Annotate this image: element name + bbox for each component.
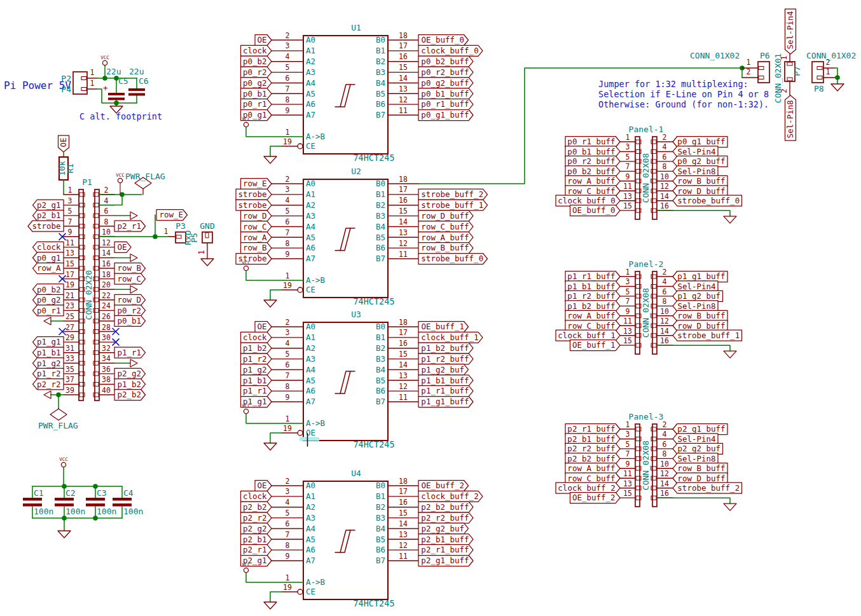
net-label[interactable]: p1_g2 [33, 358, 64, 369]
panel-connector[interactable]: Panel-1CONN_02X081p0_r1_buff2p0_g1_buff3… [556, 125, 742, 223]
net-label[interactable]: row_C_buff [565, 473, 620, 484]
net-label[interactable]: p0_g2_buff [673, 156, 727, 167]
net-label[interactable]: p2_b1_buff [418, 534, 473, 545]
p1-connector[interactable]: P1CONN_02X201234p2_g156p2_b178strobep2_r… [28, 172, 188, 430]
net-label[interactable]: strobe_buff_2 [673, 483, 742, 493]
note-text[interactable]: Selection if E-Line on Pin 4 or 8 [598, 89, 769, 99]
net-label[interactable]: p1_b1 [241, 375, 272, 386]
net-label[interactable]: p1_r2_buff [565, 291, 620, 301]
net-label[interactable]: row_D_buff [673, 320, 727, 331]
net-label[interactable]: row_C_buff [565, 186, 620, 196]
net-label[interactable]: strobe_buff_1 [418, 200, 488, 210]
net-label-vertical[interactable]: Sel-Pin4 [785, 9, 796, 54]
wire[interactable] [270, 592, 282, 602]
capacitor-plate[interactable] [86, 503, 105, 507]
net-label[interactable]: p2_r2 [33, 379, 64, 390]
wire[interactable] [246, 414, 303, 423]
net-label[interactable]: p2_r1_buff [565, 424, 620, 435]
net-label[interactable]: p0_r2 [114, 305, 146, 316]
net-label[interactable]: row_B_buff [673, 463, 727, 474]
connector-body[interactable] [95, 189, 99, 400]
capacitor-plate[interactable] [128, 88, 145, 91]
net-label[interactable]: p0_b2_buff [418, 56, 473, 67]
net-label[interactable]: p0_b2_buff [565, 166, 620, 177]
net-label[interactable]: p1_b2_buff [565, 301, 620, 311]
panel-connector[interactable]: Panel-2CONN_02X081p1_r1_buff2p1_g1_buff3… [556, 259, 742, 358]
net-label[interactable]: p2_b1 [33, 210, 64, 221]
net-label[interactable]: Sel-Pin4 [673, 146, 718, 157]
net-label[interactable]: p1_g1 [33, 337, 64, 348]
decoupling-caps[interactable]: VCCC1100nC2100nC3100nC4100n [23, 456, 143, 538]
net-label[interactable]: p2_b2 [241, 502, 272, 512]
net-label[interactable]: Sel-Pin8 [673, 301, 718, 311]
wire[interactable] [246, 271, 303, 280]
net-label[interactable]: p0_r1_buff [418, 99, 473, 110]
net-label[interactable]: clock_buff_2 [556, 483, 620, 493]
jumper-block[interactable]: Jumper for 1:32 multiplexing:Selection i… [598, 9, 856, 140]
net-label[interactable]: p1_r2 [241, 353, 272, 364]
net-label[interactable]: row_A_buff [565, 175, 620, 186]
net-label[interactable]: row_C [114, 273, 146, 284]
net-label[interactable]: row_C_buff [565, 320, 620, 331]
wire[interactable] [270, 290, 282, 300]
connector-body[interactable] [635, 424, 640, 507]
wire[interactable] [99, 195, 122, 205]
wire[interactable] [246, 573, 303, 582]
net-label[interactable]: clock [33, 242, 64, 252]
net-label[interactable]: p1_b1_buff [418, 375, 473, 386]
net-label[interactable]: p2_b2 [114, 390, 146, 400]
vcc-symbol[interactable] [244, 266, 248, 270]
net-label[interactable]: OE_buff_2 [418, 481, 469, 491]
net-label[interactable]: OE [255, 35, 272, 46]
connector-body[interactable] [635, 137, 640, 219]
note-text[interactable]: Otherwise: Ground (for non-1:32). [598, 99, 769, 109]
net-label[interactable]: p2_r2_buff [565, 443, 620, 454]
note-text[interactable]: Jumper for 1:32 multiplexing: [598, 79, 748, 89]
net-label[interactable]: p0_r2_buff [565, 156, 620, 167]
connector-body[interactable] [79, 189, 83, 400]
net-label[interactable]: clock [241, 45, 272, 56]
net-label[interactable]: Sel-Pin4 [673, 281, 718, 292]
connector-body[interactable] [652, 271, 657, 354]
net-label[interactable]: row_B [114, 263, 146, 274]
net-label[interactable]: row_B_buff [418, 243, 473, 254]
net-label[interactable]: OE [255, 481, 272, 491]
net-label[interactable]: row_A_buff [418, 232, 473, 243]
panel-connector[interactable]: Panel-3CONN_02X081p2_r1_buff2p2_g1_buff3… [556, 412, 742, 510]
capacitor-plate[interactable] [113, 503, 132, 507]
net-label[interactable]: row_B_buff [673, 310, 727, 321]
net-label[interactable]: row_A [241, 232, 272, 243]
net-label[interactable]: row_D [241, 210, 272, 221]
net-label[interactable]: OE_buff_1 [418, 322, 469, 332]
net-label[interactable]: clock_buff_2 [418, 491, 483, 502]
capacitor-plate[interactable] [128, 93, 145, 96]
wire[interactable] [270, 433, 282, 443]
net-label[interactable]: Sel-Pin4 [673, 434, 718, 444]
net-label[interactable]: row_C [241, 221, 272, 232]
net-label[interactable]: row_E [156, 210, 188, 221]
net-label[interactable]: OE_buff_0 [570, 205, 621, 216]
net-label[interactable]: strobe [236, 200, 272, 210]
net-label[interactable]: strobe_buff_2 [418, 189, 488, 200]
net-label[interactable]: p0_g2_buff [418, 78, 473, 88]
net-label[interactable]: p0_b1_buff [418, 88, 473, 99]
capacitor-plate[interactable] [23, 498, 42, 501]
net-label[interactable]: row_E [241, 179, 272, 189]
capacitor-plate[interactable] [108, 98, 125, 100]
net-label[interactable]: strobe_buff_0 [673, 195, 742, 206]
ic-u3[interactable]: U374HCT2452A0OE18B0OE_buff_13A1clock17B1… [241, 310, 483, 450]
net-label[interactable]: p0_g1_buff [418, 110, 473, 121]
net-label[interactable]: p0_r2 [241, 67, 272, 78]
capacitor-plate[interactable] [23, 503, 42, 507]
capacitor-plate[interactable] [108, 93, 125, 95]
net-label[interactable]: p1_r2_buff [418, 353, 473, 364]
wire[interactable] [657, 210, 730, 216]
net-label[interactable]: p0_b2 [33, 284, 64, 295]
net-label[interactable]: strobe_buff_1 [673, 330, 742, 341]
net-label[interactable]: p2_g2_buf [418, 523, 469, 534]
net-label[interactable]: strobe [28, 221, 64, 231]
p3-gnd-connectors[interactable]: 1P3RxDP5GND1 [164, 221, 215, 266]
ic-u1[interactable]: U174HCT2452A0OE18B0OE_buff_03A1clock17B1… [241, 23, 483, 163]
net-label[interactable]: p2_g1_buff [673, 424, 727, 435]
net-label[interactable]: p0_r1_buff [565, 137, 620, 147]
